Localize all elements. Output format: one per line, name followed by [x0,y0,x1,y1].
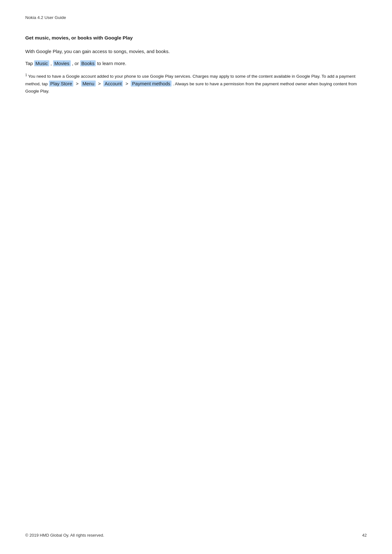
tap-line: Tap Music , Movies , or Books to learn m… [25,60,367,67]
arrow-3: > [125,81,130,86]
section-heading: Get music, movies, or books with Google … [25,35,367,41]
body-paragraph: With Google Play, you can gain access to… [25,48,367,55]
footer: © 2019 HMD Global Oy. All rights reserve… [25,533,367,538]
arrow-2: > [98,81,102,86]
music-highlight: Music [34,60,49,66]
page-container: Nokia 4.2 User Guide Get music, movies, … [0,0,392,554]
header-title: Nokia 4.2 User Guide [25,15,367,20]
play-store-highlight: Play Store [49,81,73,87]
account-highlight: Account [103,81,123,87]
books-highlight: Books [80,60,96,66]
footnote: 1 You need to have a Google account adde… [25,73,367,95]
menu-highlight: Menu [81,81,96,87]
page-number: 42 [362,533,367,538]
movies-highlight: Movies [53,60,71,66]
arrow-1: > [76,81,80,86]
tap-prefix: Tap [25,61,34,66]
payment-methods-highlight: Payment methods [131,81,172,87]
footnote-number: 1 [25,73,27,77]
copyright-text: © 2019 HMD Global Oy. All rights reserve… [25,533,104,538]
